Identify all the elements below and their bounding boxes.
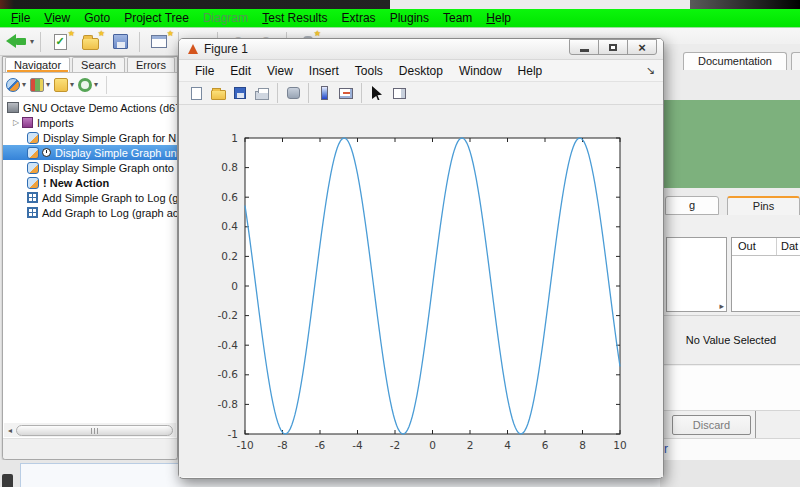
- tree-item-label: Display Simple Graph onto File: [43, 162, 177, 174]
- background-window-edge-light: [390, 0, 690, 9]
- colorbar-icon: [321, 86, 328, 100]
- new-test-icon: [6, 78, 20, 92]
- tab-search[interactable]: Search: [72, 57, 125, 72]
- restore-button[interactable]: [598, 39, 628, 55]
- checkdoc-button[interactable]: ✓★: [47, 30, 73, 54]
- inspector-button[interactable]: [389, 83, 409, 103]
- tab-errors[interactable]: Errors: [127, 57, 175, 72]
- new-icon: [191, 87, 202, 100]
- pins-list[interactable]: ▸: [666, 237, 727, 312]
- menu-item-goto[interactable]: Goto: [77, 11, 117, 25]
- tab-navigator[interactable]: Navigator: [5, 57, 70, 72]
- figure-menu-desktop[interactable]: Desktop: [391, 64, 451, 78]
- table-icon: [27, 207, 38, 218]
- tab-log[interactable]: g: [665, 196, 719, 215]
- menu-item-project-tree[interactable]: Project Tree: [117, 11, 196, 25]
- tree-item[interactable]: ▷Imports: [3, 115, 177, 130]
- svg-text:4: 4: [504, 439, 511, 451]
- print-button[interactable]: [252, 83, 272, 103]
- dropdown-caret-icon[interactable]: ▾: [70, 80, 74, 89]
- newwin-button[interactable]: ★: [146, 30, 172, 54]
- matlab-figure-icon: [188, 44, 198, 54]
- dropdown-caret-icon[interactable]: ▾: [94, 80, 98, 89]
- new-table-button[interactable]: ▾: [30, 78, 50, 92]
- tree-item-label: Display Simple Graph until: [55, 147, 177, 159]
- link-button[interactable]: [283, 83, 303, 103]
- folder-button[interactable]: ★: [77, 30, 103, 54]
- tree-item-label: ! New Action: [43, 177, 109, 189]
- save-button[interactable]: [230, 83, 250, 103]
- figure-menu-tools[interactable]: Tools: [347, 64, 391, 78]
- scrollbar-thumb[interactable]: [16, 425, 173, 436]
- tree-item-label: Imports: [37, 117, 74, 129]
- print-icon: [255, 91, 269, 100]
- menu-item-extras[interactable]: Extras: [335, 11, 383, 25]
- new-folder-icon: [54, 78, 68, 92]
- new-test-button[interactable]: ▾: [6, 78, 26, 92]
- expander-icon[interactable]: ▷: [13, 118, 22, 127]
- tab-pins[interactable]: Pins: [727, 196, 800, 215]
- dropdown-caret-icon[interactable]: ▾: [30, 37, 34, 46]
- sine-plot[interactable]: -10-8-6-4-20246810-1-0.8-0.6-0.4-0.200.2…: [179, 105, 663, 477]
- menu-item-test-results[interactable]: Test Results: [255, 11, 334, 25]
- scroll-left-icon[interactable]: ◂: [4, 426, 16, 435]
- dropdown-caret-icon[interactable]: ▾: [22, 80, 26, 89]
- minimize-button[interactable]: [569, 39, 599, 55]
- pins-table[interactable]: Out Dat: [731, 237, 800, 312]
- tree-item[interactable]: Add Simple Graph to Log (grap: [3, 190, 177, 205]
- open-icon: [211, 90, 226, 100]
- menu-item-help[interactable]: Help: [479, 11, 518, 25]
- inspector-icon: [393, 88, 406, 99]
- app-menubar: FileViewGotoProject TreeDiagramTest Resu…: [0, 9, 800, 28]
- menu-item-plugins[interactable]: Plugins: [383, 11, 436, 25]
- svg-text:0.2: 0.2: [221, 250, 238, 262]
- link-fragment[interactable]: r: [664, 442, 668, 456]
- tree-item[interactable]: GNU Octave Demo Actions (d67_: [3, 100, 177, 115]
- svg-text:0.8: 0.8: [221, 161, 238, 173]
- scroll-right-icon[interactable]: ▸: [719, 301, 724, 311]
- navigator-tree: GNU Octave Demo Actions (d67_▷ImportsDis…: [3, 97, 177, 220]
- dock-figure-icon[interactable]: ↘: [646, 64, 655, 77]
- figure-menu-file[interactable]: File: [187, 64, 222, 78]
- tab-documentation[interactable]: Documentation: [683, 52, 787, 70]
- tree-item[interactable]: Display Simple Graph onto File: [3, 160, 177, 175]
- close-button[interactable]: ×: [627, 39, 657, 55]
- menu-item-view[interactable]: View: [37, 11, 77, 25]
- svg-text:-0.8: -0.8: [218, 398, 239, 410]
- tree-item[interactable]: Display Simple Graph until: [3, 145, 177, 160]
- menu-item-team[interactable]: Team: [436, 11, 479, 25]
- no-value-selected-text: No Value Selected: [662, 315, 800, 365]
- tree-item[interactable]: Add Graph to Log (graph actio: [3, 205, 177, 220]
- dropdown-caret-icon[interactable]: ▾: [46, 80, 50, 89]
- colorbar-button[interactable]: [314, 83, 334, 103]
- tree-item[interactable]: Display Simple Graph for N Se: [3, 130, 177, 145]
- horizontal-scrollbar[interactable]: ◂: [4, 423, 176, 437]
- figure-menu-insert[interactable]: Insert: [301, 64, 347, 78]
- back-button[interactable]: ▾: [6, 30, 34, 54]
- tree-item[interactable]: ! New Action: [3, 175, 177, 190]
- new-button[interactable]: [186, 83, 206, 103]
- legend-icon: [339, 88, 353, 99]
- screen: FileViewGotoProject TreeDiagramTest Resu…: [0, 0, 800, 487]
- legend-button[interactable]: [336, 83, 356, 103]
- figure-menu-window[interactable]: Window: [451, 64, 510, 78]
- back-icon: [6, 34, 28, 49]
- open-button[interactable]: [208, 83, 228, 103]
- new-folder-button[interactable]: ▾: [54, 78, 74, 92]
- navigator-tabs: NavigatorSearchErrorsSt: [3, 57, 177, 73]
- figure-titlebar[interactable]: Figure 1 ×: [179, 39, 663, 60]
- figure-menu-view[interactable]: View: [259, 64, 301, 78]
- menu-item-file[interactable]: File: [4, 11, 37, 25]
- figure-menu-edit[interactable]: Edit: [222, 64, 259, 78]
- tab-fragment[interactable]: [791, 52, 800, 70]
- discard-button[interactable]: Discard: [672, 415, 751, 435]
- star-badge: ★: [314, 29, 321, 38]
- cursor-button[interactable]: [367, 83, 387, 103]
- cabinet-icon: [7, 102, 19, 113]
- green-status-panel: [662, 100, 800, 188]
- figure-menu-help[interactable]: Help: [510, 64, 551, 78]
- refresh-button[interactable]: ▾: [78, 78, 98, 92]
- divider: [755, 411, 756, 439]
- save-button[interactable]: [107, 30, 133, 54]
- table-icon: [27, 192, 38, 203]
